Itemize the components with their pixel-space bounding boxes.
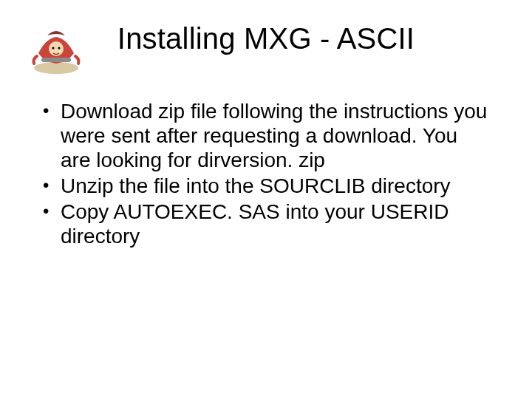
bullet-item: Download zip file following the instruct… <box>38 99 491 172</box>
bullet-item: Unzip the file into the SOURCLIB directo… <box>38 174 491 198</box>
bullet-item: Copy AUTOEXEC. SAS into your USERID dire… <box>38 200 491 248</box>
svg-point-0 <box>34 62 78 74</box>
bullet-list: Download zip file following the instruct… <box>38 99 491 250</box>
slide-title: Installing MXG - ASCII <box>0 22 532 55</box>
slide: Installing MXG - ASCII Download zip file… <box>0 0 532 399</box>
svg-rect-2 <box>41 58 71 62</box>
